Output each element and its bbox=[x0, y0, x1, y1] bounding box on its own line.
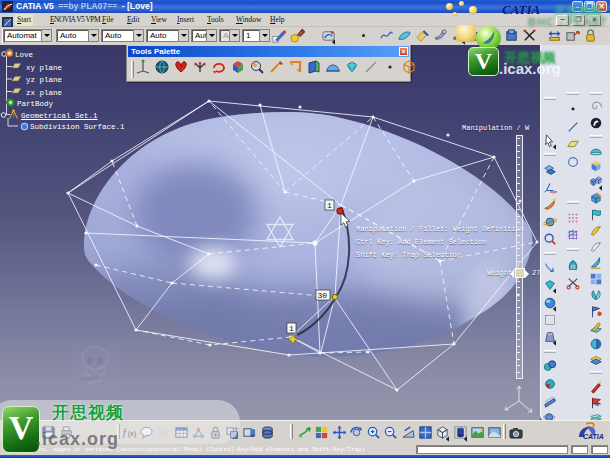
combo-7[interactable]: 1 bbox=[242, 29, 270, 42]
tree-icon-partbody[interactable] bbox=[5, 97, 16, 108]
pen-plane-icon[interactable] bbox=[589, 321, 603, 335]
combo-5[interactable]: Aut bbox=[191, 29, 217, 42]
horn-b-icon[interactable] bbox=[451, 28, 466, 43]
picture-b-icon[interactable] bbox=[487, 425, 502, 440]
horn-a-icon[interactable] bbox=[433, 28, 448, 43]
tree-item-yz-plane[interactable]: yz plane bbox=[26, 75, 62, 85]
tree-icon-plane[interactable] bbox=[11, 86, 22, 97]
toolbar-handle[interactable] bbox=[567, 248, 579, 251]
tree-item-partbody[interactable]: PartBody bbox=[17, 99, 53, 109]
tree-item-zx-plane[interactable]: zx plane bbox=[26, 88, 62, 98]
gem-teal2-icon[interactable] bbox=[543, 278, 557, 292]
combo-dropdown-icon[interactable] bbox=[206, 30, 216, 41]
fx-icon[interactable]: f(x) bbox=[122, 425, 137, 440]
tree-item-love[interactable]: Love bbox=[15, 50, 33, 60]
maximize-button[interactable]: ❐ bbox=[584, 1, 595, 12]
spiral-icon[interactable] bbox=[589, 100, 603, 114]
box-cylinder-icon[interactable] bbox=[242, 425, 257, 440]
floppy-icon[interactable] bbox=[41, 425, 56, 440]
slider-thumb[interactable] bbox=[515, 268, 525, 278]
saturn-sphere-icon[interactable] bbox=[543, 215, 557, 229]
padlock-icon[interactable] bbox=[583, 28, 598, 43]
slash-icon[interactable] bbox=[363, 59, 379, 75]
toolbar-grip3[interactable] bbox=[117, 424, 120, 439]
point-dot-icon[interactable] bbox=[566, 102, 580, 116]
command-field[interactable] bbox=[416, 445, 568, 454]
swoosh-orange-icon[interactable] bbox=[543, 197, 557, 211]
cube-faces-icon[interactable] bbox=[589, 159, 603, 173]
combo-dropdown-icon[interactable] bbox=[229, 30, 239, 41]
combo-dropdown-icon[interactable] bbox=[41, 30, 51, 41]
combo-6[interactable]: Aut bbox=[219, 29, 240, 42]
combo-1[interactable]: Automat bbox=[3, 29, 52, 42]
ramp-arrow-icon[interactable] bbox=[401, 425, 416, 440]
viewport-3d[interactable]: 1 30 1 Lovexy planeyz planezx planePartB… bbox=[0, 45, 540, 420]
toolbar-handle[interactable] bbox=[567, 92, 579, 95]
lock-gray-icon[interactable] bbox=[208, 425, 223, 440]
menu-enovia-v5-vpm[interactable]: ENOVIA V5 VPM bbox=[50, 14, 100, 26]
magnifier-q-icon[interactable] bbox=[543, 232, 557, 246]
fan-teal-icon[interactable] bbox=[589, 288, 603, 302]
menu-insert[interactable]: Insert bbox=[177, 14, 194, 26]
toolbar-grip2[interactable] bbox=[36, 424, 39, 439]
move-cross-icon[interactable] bbox=[332, 425, 347, 440]
axis-arrows-icon[interactable] bbox=[192, 59, 208, 75]
cube-rgb-icon[interactable] bbox=[230, 59, 246, 75]
menu-view[interactable]: View bbox=[151, 14, 167, 26]
printer-icon[interactable] bbox=[59, 425, 74, 440]
toolbar-handle[interactable] bbox=[590, 135, 602, 138]
sketch-tracer-icon[interactable] bbox=[321, 28, 336, 43]
toolbar-handle[interactable] bbox=[544, 350, 556, 353]
circle-hand-icon[interactable] bbox=[589, 116, 603, 130]
sail-teal-icon[interactable] bbox=[589, 256, 603, 270]
tree-item-xy-plane[interactable]: xy plane bbox=[26, 63, 62, 73]
dot-icon[interactable] bbox=[356, 28, 371, 43]
grid-red-icon[interactable] bbox=[566, 211, 580, 225]
ghost-icon[interactable] bbox=[156, 425, 171, 440]
xyz-axes-icon[interactable]: xyz bbox=[543, 180, 557, 194]
combo-dropdown-icon[interactable] bbox=[259, 30, 269, 41]
tree-icon-part-root[interactable] bbox=[4, 47, 15, 58]
menu-tools[interactable]: Tools bbox=[207, 14, 224, 26]
fly-green-icon[interactable] bbox=[297, 425, 312, 440]
paint-cube-icon[interactable] bbox=[589, 191, 603, 205]
grid-four-icon[interactable] bbox=[589, 272, 603, 286]
flag-red-icon[interactable] bbox=[589, 396, 603, 410]
spheres-pair-icon[interactable] bbox=[543, 359, 557, 373]
cursor-select-icon[interactable] bbox=[543, 134, 557, 148]
combo-2[interactable]: Auto bbox=[56, 29, 99, 42]
speech-bubble-icon[interactable] bbox=[139, 425, 154, 440]
menu-help[interactable]: Help bbox=[270, 14, 285, 26]
measure-arrows-icon[interactable] bbox=[547, 28, 562, 43]
menu-file[interactable]: File bbox=[102, 14, 114, 26]
grid-blue-icon[interactable] bbox=[418, 425, 433, 440]
toolbar-handle[interactable] bbox=[544, 153, 556, 156]
box-3d-icon[interactable] bbox=[435, 425, 450, 440]
mdi-close-button[interactable]: ✕ bbox=[588, 15, 601, 26]
banana-white-icon[interactable] bbox=[589, 240, 603, 254]
combo-3[interactable]: Auto bbox=[101, 29, 144, 42]
box-arrow-icon[interactable] bbox=[565, 28, 580, 43]
node-graph-icon[interactable] bbox=[191, 425, 206, 440]
menu-window[interactable]: Window bbox=[236, 14, 262, 26]
globe-dark-icon[interactable] bbox=[154, 59, 170, 75]
mdi-minimize-button[interactable]: ─ bbox=[556, 15, 569, 26]
zoom-out-icon[interactable] bbox=[383, 425, 398, 440]
fly-arrow-icon[interactable] bbox=[543, 261, 557, 275]
tools-palette-titlebar[interactable]: Tools Palette bbox=[128, 46, 409, 57]
line-diag-icon[interactable] bbox=[566, 120, 580, 134]
sphere-blue-icon[interactable] bbox=[543, 296, 557, 310]
menu-edit[interactable]: Edit bbox=[127, 14, 140, 26]
pen-red-icon[interactable] bbox=[589, 380, 603, 394]
wire-box-icon[interactable] bbox=[401, 59, 417, 75]
table-calc-icon[interactable] bbox=[174, 425, 189, 440]
styling-surface-icon[interactable] bbox=[397, 28, 412, 43]
flag-blue-icon[interactable] bbox=[589, 305, 603, 319]
flag-teal-icon[interactable] bbox=[589, 208, 603, 222]
axis-cross-icon[interactable] bbox=[522, 28, 537, 43]
box-blue-icon[interactable] bbox=[504, 28, 519, 43]
tree-item-subdivision-surface-1[interactable]: Subdivision Surface.1 bbox=[30, 122, 125, 132]
toolbar-handle[interactable] bbox=[544, 97, 556, 100]
circle-o-icon[interactable] bbox=[566, 155, 580, 169]
toolbar-grip4[interactable] bbox=[290, 424, 293, 439]
